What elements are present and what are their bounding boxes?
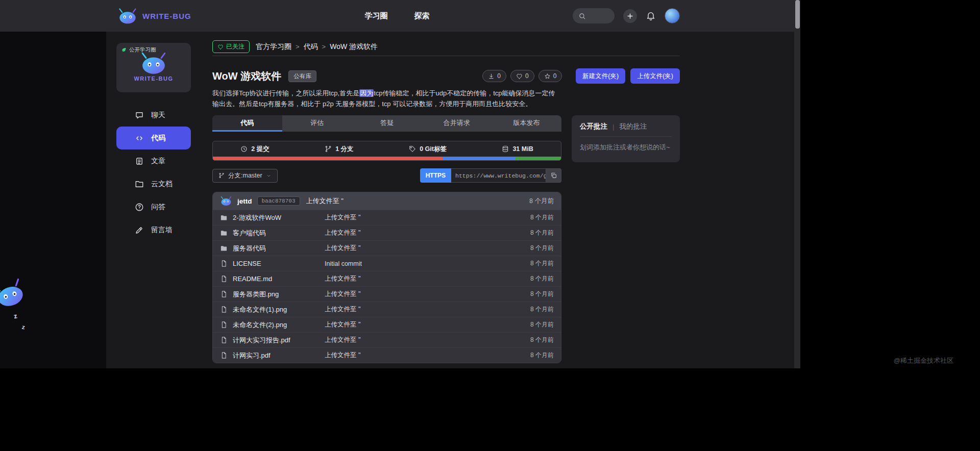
- file-table: jettd baac878703 上传文件至 " 8 个月前 2-游戏软件WoW…: [212, 192, 561, 363]
- file-name[interactable]: 服务器类图.png: [233, 290, 279, 299]
- repo-counters: 0 0 0: [482, 70, 562, 82]
- scrollbar-thumb[interactable]: [795, 0, 800, 29]
- repo-tabs: 代码评估答疑合并请求版本发布: [212, 115, 561, 132]
- branch-selector[interactable]: 分支:master: [212, 169, 278, 183]
- tab-my-annotations[interactable]: 我的批注: [620, 122, 647, 131]
- tab-1[interactable]: 评估: [282, 115, 352, 132]
- file-name[interactable]: 计网大实习报告.pdf: [233, 336, 290, 345]
- repo-stat[interactable]: 31 MiB: [502, 145, 533, 153]
- commit-message[interactable]: 上传文件至 ": [325, 274, 530, 283]
- followed-badge[interactable]: 已关注: [212, 40, 250, 53]
- sidebar-item-0[interactable]: 聊天: [116, 104, 191, 127]
- table-row[interactable]: 未命名文件(2).png 上传文件至 " 8 个月前: [213, 317, 561, 332]
- sidebar-item-label: 代码: [151, 134, 165, 143]
- topbar-actions: [573, 0, 680, 32]
- scrollbar-track[interactable]: [794, 0, 800, 368]
- commit-message[interactable]: 上传文件至 ": [325, 320, 530, 329]
- commit-message[interactable]: 上传文件至 ": [325, 305, 530, 314]
- sidebar-item-3[interactable]: 云文档: [116, 172, 191, 195]
- tab-public-annotations[interactable]: 公开批注: [580, 122, 607, 131]
- star-icon: [544, 73, 551, 80]
- notifications-button[interactable]: [646, 11, 656, 21]
- table-row[interactable]: 服务器类图.png 上传文件至 " 8 个月前: [213, 286, 561, 302]
- language-bar: [213, 157, 561, 160]
- copy-url-button[interactable]: [546, 168, 561, 183]
- commit-author[interactable]: jettd: [237, 197, 252, 205]
- chevron-down-icon: [266, 173, 272, 179]
- top-nav-item-1[interactable]: 探索: [414, 11, 430, 21]
- file-name[interactable]: README.md: [233, 275, 272, 283]
- commit-message[interactable]: Initial commit: [325, 260, 530, 267]
- divider: [580, 136, 672, 137]
- sidebar-item-5[interactable]: 留言墙: [116, 218, 191, 241]
- https-protocol-button[interactable]: HTTPS: [420, 168, 451, 183]
- sidebar-item-2[interactable]: 文章: [116, 149, 191, 172]
- circle-profile-card[interactable]: 公开学习圈 WRITE-BUG: [116, 43, 191, 92]
- tab-4[interactable]: 版本发布: [492, 115, 561, 132]
- table-row[interactable]: 计网大实习报告.pdf 上传文件至 " 8 个月前: [213, 332, 561, 347]
- commit-hash[interactable]: baac878703: [257, 196, 300, 206]
- language-segment-red: [213, 157, 443, 160]
- clone-url-input[interactable]: https://www.writebug.com/git/jettd/: [451, 168, 546, 183]
- description-text: 我们选择Tcp协议进行传输，之所以采用tcp,首先是: [212, 89, 359, 97]
- table-row[interactable]: LICENSE Initial commit 8 个月前: [213, 256, 561, 271]
- repo-stat[interactable]: 1 分支: [325, 145, 353, 154]
- file-name[interactable]: 未命名文件(2).png: [233, 320, 287, 330]
- commit-message[interactable]: 上传文件至 ": [325, 351, 530, 360]
- breadcrumb-item[interactable]: 官方学习圈: [256, 42, 291, 52]
- table-row[interactable]: 2-游戏软件WoW 上传文件至 " 8 个月前: [213, 210, 561, 225]
- repo-stat-label: 2 提交: [251, 145, 269, 154]
- search-icon: [578, 12, 586, 20]
- heart-counter[interactable]: 0: [510, 70, 534, 82]
- table-row[interactable]: 客户端代码 上传文件至 " 8 个月前: [213, 225, 561, 240]
- commit-message[interactable]: 上传文件至 ": [325, 213, 530, 222]
- leaf-icon: [121, 47, 127, 53]
- top-nav-item-0[interactable]: 学习圈: [365, 11, 388, 21]
- file-rows: 2-游戏软件WoW 上传文件至 " 8 个月前 客户端代码 上传文件至 " 8 …: [213, 210, 561, 363]
- breadcrumb-item[interactable]: WoW 游戏软件: [330, 42, 378, 52]
- file-name[interactable]: 未命名文件(1).png: [233, 305, 287, 314]
- repo-stat[interactable]: 0 Git标签: [409, 145, 447, 154]
- commit-message[interactable]: 上传文件至 ": [306, 196, 525, 206]
- repo-stat[interactable]: 2 提交: [240, 145, 269, 154]
- page-title: WoW 游戏软件: [212, 69, 281, 83]
- user-avatar[interactable]: [665, 8, 680, 23]
- file-name[interactable]: 客户端代码: [233, 229, 266, 238]
- sidebar-item-1[interactable]: 代码: [116, 127, 191, 149]
- breadcrumb: 已关注 官方学习圈>代码>WoW 游戏软件: [212, 38, 680, 56]
- file-name[interactable]: LICENSE: [233, 260, 261, 267]
- table-row[interactable]: README.md 上传文件至 " 8 个月前: [213, 271, 561, 286]
- tab-3[interactable]: 合并请求: [422, 115, 492, 132]
- tab-2[interactable]: 答疑: [352, 115, 422, 132]
- table-row[interactable]: 计网实习.pdf 上传文件至 " 8 个月前: [213, 347, 561, 363]
- branch-icon: [218, 172, 225, 179]
- commit-message[interactable]: 上传文件至 ": [325, 290, 530, 298]
- commit-message[interactable]: 上传文件至 ": [325, 336, 530, 344]
- star-counter[interactable]: 0: [538, 70, 562, 82]
- clock-icon: [240, 145, 248, 153]
- file-name[interactable]: 计网实习.pdf: [233, 351, 271, 360]
- counter-value: 0: [525, 72, 529, 80]
- table-row[interactable]: 服务器代码 上传文件至 " 8 个月前: [213, 240, 561, 256]
- create-button[interactable]: [623, 9, 637, 23]
- commit-time: 8 个月前: [530, 274, 554, 283]
- file-icon: [220, 260, 228, 267]
- file-name[interactable]: 服务器代码: [233, 244, 266, 253]
- breadcrumb-separator: >: [296, 43, 300, 51]
- file-name[interactable]: 2-游戏软件WoW: [233, 213, 281, 222]
- commit-message[interactable]: 上传文件至 ": [325, 244, 530, 253]
- circle-type-label: 公开学习圈: [129, 46, 156, 54]
- file-icon: [220, 275, 228, 283]
- latest-commit-row[interactable]: jettd baac878703 上传文件至 " 8 个月前: [213, 192, 561, 210]
- new-file-button[interactable]: 新建文件(夹): [576, 68, 625, 84]
- search-input[interactable]: [573, 8, 615, 23]
- sidebar-item-4[interactable]: 问答: [116, 195, 191, 218]
- upload-file-button[interactable]: 上传文件(夹): [630, 68, 680, 84]
- download-counter[interactable]: 0: [482, 70, 506, 82]
- description-highlight: 因为: [359, 89, 374, 97]
- commit-message[interactable]: 上传文件至 ": [325, 229, 530, 237]
- table-row[interactable]: 未命名文件(1).png 上传文件至 " 8 个月前: [213, 302, 561, 317]
- breadcrumb-item[interactable]: 代码: [304, 42, 318, 52]
- branch-icon: [325, 145, 332, 153]
- tab-0[interactable]: 代码: [212, 115, 282, 132]
